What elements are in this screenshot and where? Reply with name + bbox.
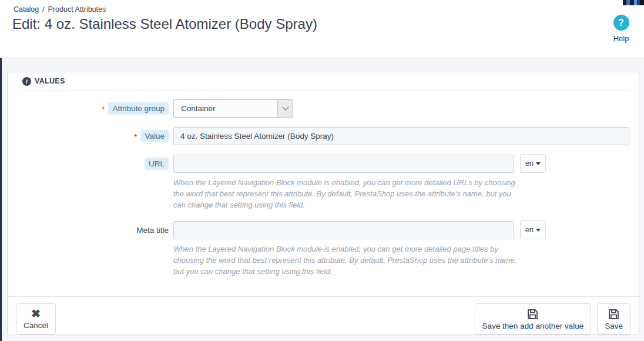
- url-input[interactable]: [173, 155, 514, 173]
- attribute-group-label-col: * Attribute group: [8, 102, 169, 115]
- save-button-label: Save: [605, 322, 623, 330]
- select-arrow-box[interactable]: [277, 100, 293, 117]
- save-button[interactable]: Save: [597, 303, 630, 335]
- cancel-button[interactable]: ✖ Cancel: [16, 303, 56, 335]
- help-box[interactable]: ? Help: [605, 15, 638, 43]
- chevron-down-icon: [282, 103, 289, 110]
- caret-down-icon: [536, 162, 541, 165]
- attribute-group-label: Attribute group: [108, 102, 169, 115]
- save-then-add-button[interactable]: Save then add another value: [475, 303, 592, 335]
- values-panel: i VALUES * Attribute group Container: [7, 72, 639, 335]
- meta-title-row: Meta title en: [8, 220, 634, 239]
- meta-title-language-dropdown[interactable]: en: [520, 220, 546, 239]
- attribute-group-row: * Attribute group Container: [8, 99, 634, 118]
- meta-title-help-text: When the Layered Navigation Block module…: [173, 243, 520, 277]
- url-language-code: en: [525, 159, 534, 168]
- sidebar-edge-sliver: [0, 58, 2, 341]
- breadcrumb: Catalog/Product Attributes: [14, 5, 106, 14]
- footer-save-group: Save then add another value Save: [475, 303, 630, 335]
- product-attribute-edit-page: Catalog/Product Attributes Edit: 4 oz. S…: [0, 0, 644, 341]
- meta-title-language-code: en: [525, 226, 534, 234]
- url-help-text: When the Layered Navigation Block module…: [173, 177, 520, 210]
- page-title: Edit: 4 oz. Stainless Steel Atomizer (Bo…: [12, 16, 317, 32]
- panel-heading: i VALUES: [8, 72, 639, 90]
- breadcrumb-product-attributes[interactable]: Product Attributes: [48, 5, 106, 14]
- attribute-group-selected-value: Container: [174, 104, 277, 113]
- heading-divider: [23, 90, 630, 91]
- info-icon: i: [22, 77, 31, 86]
- save-icon: [526, 308, 539, 320]
- browser-edge-artifact: [623, 0, 644, 5]
- save-then-add-label: Save then add another value: [482, 322, 584, 330]
- meta-title-label: Meta title: [136, 224, 169, 236]
- required-mark: *: [102, 105, 105, 114]
- url-row: URL en: [8, 154, 634, 173]
- panel-footer: ✖ Cancel Save then add another value: [8, 296, 639, 335]
- cancel-x-icon: ✖: [31, 308, 41, 320]
- meta-title-input[interactable]: [173, 221, 514, 239]
- attribute-group-select[interactable]: Container: [173, 99, 293, 118]
- help-label[interactable]: Help: [605, 34, 638, 43]
- value-row: * Value: [8, 127, 634, 145]
- required-mark: *: [134, 132, 137, 142]
- url-label: URL: [145, 158, 169, 170]
- page-header: Catalog/Product Attributes Edit: 4 oz. S…: [0, 0, 644, 58]
- value-label-col: * Value: [8, 130, 169, 142]
- value-label: Value: [140, 130, 169, 142]
- url-language-dropdown[interactable]: en: [520, 154, 546, 173]
- panel-heading-label: VALUES: [35, 77, 65, 85]
- breadcrumb-separator: /: [42, 5, 44, 14]
- meta-title-label-col: Meta title: [8, 224, 169, 236]
- breadcrumb-catalog[interactable]: Catalog: [14, 5, 39, 14]
- cancel-button-label: Cancel: [24, 321, 48, 330]
- help-icon[interactable]: ?: [613, 15, 629, 31]
- save-icon: [608, 308, 620, 320]
- url-label-col: URL: [8, 158, 169, 170]
- value-input[interactable]: [173, 127, 629, 145]
- caret-down-icon: [536, 229, 541, 232]
